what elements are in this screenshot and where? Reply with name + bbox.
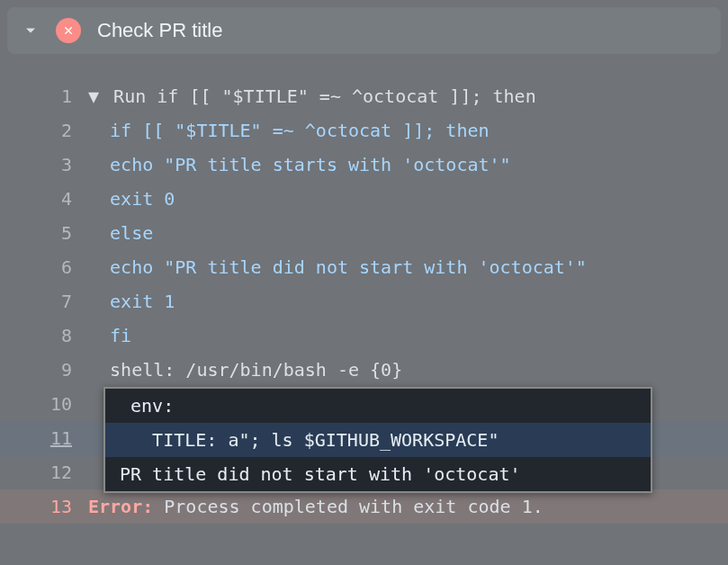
log-line: 4 exit 0 (0, 182, 728, 216)
line-text: PR title did not start with 'octocat' (105, 457, 521, 491)
line-text: fi (88, 318, 131, 353)
line-number: 6 (0, 250, 88, 284)
highlighted-region: env: TITLE: a"; ls $GITHUB_WORKSPACE"PR … (103, 387, 652, 493)
disclosure-triangle-icon[interactable]: ▼ (88, 85, 110, 107)
line-number: 3 (0, 148, 88, 182)
log-line: 7 exit 1 (0, 284, 728, 318)
line-text: else (88, 216, 153, 250)
log-line: 5 else (0, 216, 728, 250)
line-text: echo "PR title did not start with 'octoc… (88, 250, 587, 284)
log-output: 1▼ Run if [[ "$TITLE" =~ ^octocat ]]; th… (0, 61, 728, 524)
line-number: 7 (0, 284, 88, 318)
line-text: ▼ Run if [[ "$TITLE" =~ ^octocat ]]; the… (88, 79, 536, 113)
line-text: if [[ "$TITLE" =~ ^octocat ]]; then (88, 113, 490, 148)
status-failed-icon (56, 18, 81, 43)
log-line-error: 13Error: Process completed with exit cod… (0, 489, 728, 524)
log-line: 3 echo "PR title starts with 'octocat'" (0, 148, 728, 182)
line-text: Error: Process completed with exit code … (88, 489, 544, 524)
line-number: 12 (0, 455, 88, 489)
line-number: 4 (0, 182, 88, 216)
step-header[interactable]: Check PR title (7, 7, 721, 54)
log-line: TITLE: a"; ls $GITHUB_WORKSPACE" (105, 423, 651, 457)
log-line: 2 if [[ "$TITLE" =~ ^octocat ]]; then (0, 113, 728, 148)
line-number: 10 (0, 387, 88, 421)
log-line: env: (105, 389, 651, 423)
line-number: 2 (0, 113, 88, 148)
log-line: 8 fi (0, 318, 728, 353)
line-text: echo "PR title starts with 'octocat'" (88, 148, 511, 182)
line-number: 1 (0, 79, 88, 113)
line-text: shell: /usr/bin/bash -e {0} (88, 353, 402, 387)
line-text: TITLE: a"; ls $GITHUB_WORKSPACE" (105, 423, 499, 457)
line-number: 13 (0, 489, 88, 524)
line-text: env: (105, 389, 174, 423)
line-number: 11 (0, 421, 88, 455)
log-line: 6 echo "PR title did not start with 'oct… (0, 250, 728, 284)
log-line: 1▼ Run if [[ "$TITLE" =~ ^octocat ]]; th… (0, 79, 728, 113)
line-number: 5 (0, 216, 88, 250)
chevron-down-icon[interactable] (22, 22, 40, 40)
log-line: PR title did not start with 'octocat' (105, 457, 651, 491)
step-title: Check PR title (97, 19, 222, 42)
line-text: exit 1 (88, 284, 175, 318)
line-text: exit 0 (88, 182, 175, 216)
line-number: 9 (0, 353, 88, 387)
log-line: 9 shell: /usr/bin/bash -e {0} (0, 353, 728, 387)
line-number: 8 (0, 318, 88, 353)
